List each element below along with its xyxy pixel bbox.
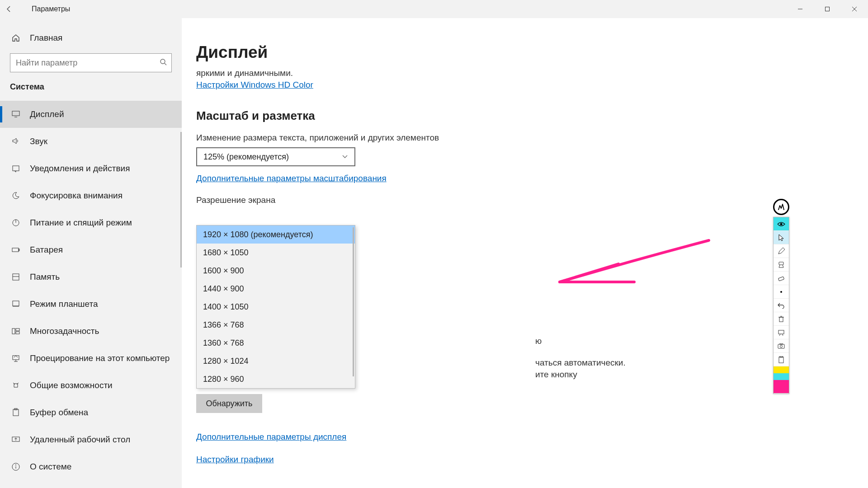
svg-rect-17 — [12, 328, 15, 334]
sidebar-item-shared[interactable]: Общие возможности — [0, 372, 182, 399]
sidebar-item-label: Питание и спящий режим — [30, 218, 132, 228]
sidebar: Главная Система ДисплейЗвукУведомления и… — [0, 18, 182, 488]
resolution-dropdown[interactable]: 868 × 488 (рекомендуется)1680 × 105016… — [196, 225, 355, 389]
page-title: Дисплей — [196, 43, 868, 62]
svg-line-5 — [165, 63, 166, 65]
svg-rect-21 — [13, 409, 19, 416]
sidebar-item-label: Многозадачность — [30, 326, 99, 336]
resolution-option[interactable]: 1680 × 1050 — [197, 244, 355, 262]
svg-point-38 — [780, 345, 783, 347]
sidebar-item-label: Уведомления и действия — [30, 164, 130, 174]
tool-clipboard[interactable] — [774, 353, 789, 366]
sidebar-item-multitask[interactable]: Многозадачность — [0, 318, 182, 345]
sidebar-item-power[interactable]: Питание и спящий режим — [0, 209, 182, 236]
hd-color-link[interactable]: Настройки Windows HD Color — [196, 80, 313, 90]
info-icon — [10, 462, 22, 471]
svg-point-26 — [15, 465, 16, 465]
sidebar-item-label: Режим планшета — [30, 299, 98, 309]
sidebar-item-project[interactable]: Проецирование на этот компьютер — [0, 345, 182, 372]
tool-eraser[interactable] — [774, 272, 789, 285]
svg-rect-15 — [13, 301, 19, 306]
sidebar-item-moon[interactable]: Фокусировка внимания — [0, 182, 182, 209]
sidebar-item-label: Удаленный рабочий стол — [30, 435, 130, 445]
hdr-preview-text: яркими и динамичными. — [196, 68, 868, 78]
svg-rect-18 — [16, 328, 19, 331]
sidebar-item-clipboard[interactable]: Буфер обмена — [0, 399, 182, 426]
detect-button[interactable]: Обнаружить — [196, 394, 262, 413]
close-button[interactable] — [841, 0, 868, 18]
tool-camera[interactable] — [774, 339, 789, 353]
tool-highlighter[interactable] — [774, 258, 789, 272]
back-button[interactable] — [0, 0, 18, 18]
tool-trash[interactable] — [774, 312, 789, 326]
search-field[interactable] — [16, 58, 166, 68]
graphics-link[interactable]: Настройки графики — [196, 455, 274, 465]
adv-scaling-link[interactable]: Дополнительные параметры масштабирования — [196, 174, 387, 183]
resolution-option[interactable]: 1440 × 900 — [197, 280, 355, 298]
dropdown-scrollbar[interactable] — [353, 227, 354, 376]
maximize-button[interactable] — [814, 0, 841, 18]
search-input[interactable] — [10, 53, 172, 72]
sidebar-item-label: Батарея — [30, 245, 63, 255]
sidebar-item-monitor[interactable]: Дисплей — [0, 101, 182, 128]
svg-rect-31 — [779, 317, 783, 322]
resolution-option[interactable]: 1400 × 1050 — [197, 298, 355, 316]
resolution-option[interactable]: 1280 × 1024 — [197, 352, 355, 370]
sidebar-item-label: Фокусировка внимания — [30, 191, 123, 201]
scale-value: 125% (рекомендуется) — [203, 152, 289, 162]
epicpen-logo[interactable] — [773, 199, 789, 215]
scale-heading: Масштаб и разметка — [196, 109, 868, 123]
svg-point-30 — [780, 291, 782, 293]
sidebar-item-notify[interactable]: Уведомления и действия — [0, 155, 182, 182]
tablet-icon — [10, 300, 22, 309]
sidebar-item-storage[interactable]: Память — [0, 263, 182, 291]
partial-text-1: чаться автоматически. — [535, 358, 626, 368]
svg-rect-39 — [780, 343, 783, 344]
sound-icon — [10, 137, 22, 146]
tool-cursor[interactable] — [774, 231, 789, 244]
resolution-option[interactable]: 1360 × 768 — [197, 334, 355, 352]
scale-combobox[interactable]: 125% (рекомендуется) — [196, 147, 355, 166]
sidebar-item-label: О системе — [30, 462, 71, 472]
clipboard-icon — [10, 408, 22, 417]
svg-rect-20 — [13, 356, 19, 360]
sidebar-item-label: Звук — [30, 136, 47, 146]
resolution-option[interactable]: 1280 × 960 — [197, 370, 355, 388]
svg-rect-6 — [12, 111, 19, 116]
svg-point-4 — [160, 59, 165, 64]
tool-eye[interactable] — [774, 217, 789, 231]
tool-dot[interactable] — [774, 285, 789, 299]
adv-display-link[interactable]: Дополнительные параметры дисплея — [196, 432, 346, 442]
svg-rect-8 — [13, 166, 19, 171]
home-button[interactable]: Главная — [0, 27, 182, 49]
minimize-button[interactable] — [787, 0, 814, 18]
tool-color-yellow-cyan[interactable] — [774, 366, 789, 380]
partial-link-fragment[interactable]: ю — [535, 336, 542, 346]
svg-rect-1 — [826, 7, 830, 11]
annotation-toolbar — [773, 217, 789, 394]
tool-undo[interactable] — [774, 299, 789, 312]
tool-pen[interactable] — [774, 244, 789, 258]
sidebar-item-tablet[interactable]: Режим планшета — [0, 291, 182, 318]
sidebar-item-remote[interactable]: Удаленный рабочий стол — [0, 426, 182, 453]
resolution-option[interactable]: 1600 × 900 — [197, 262, 355, 280]
sidebar-item-info[interactable]: О системе — [0, 453, 182, 480]
sidebar-item-sound[interactable]: Звук — [0, 128, 182, 155]
svg-rect-28 — [779, 262, 783, 265]
sidebar-item-label: Дисплей — [30, 109, 64, 119]
sidebar-item-battery[interactable]: Батарея — [0, 236, 182, 263]
resolution-option[interactable]: 868 × 488 (рекомендуется) — [197, 225, 355, 244]
tool-whiteboard[interactable] — [774, 326, 789, 339]
svg-rect-29 — [778, 277, 784, 281]
tool-color-pink[interactable] — [774, 380, 789, 394]
svg-line-35 — [779, 334, 780, 336]
resolution-option[interactable]: 1366 × 768 — [197, 316, 355, 334]
svg-rect-34 — [778, 330, 784, 334]
home-icon — [10, 34, 22, 42]
svg-rect-40 — [779, 357, 783, 363]
shared-icon — [10, 381, 22, 390]
chevron-down-icon — [342, 152, 348, 162]
moon-icon — [10, 191, 22, 200]
category-label: Система — [0, 76, 182, 97]
svg-line-36 — [782, 334, 783, 336]
